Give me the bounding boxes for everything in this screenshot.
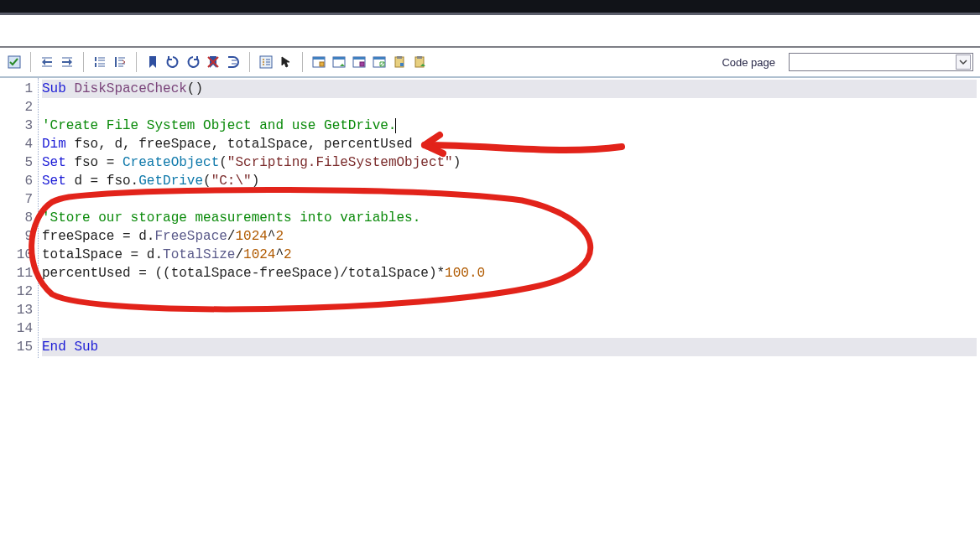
code-token: () <box>187 81 203 96</box>
line-number: 7 <box>2 190 33 209</box>
pointer-icon[interactable] <box>277 53 295 71</box>
delete-bookmark-icon[interactable] <box>204 53 222 71</box>
line-number: 4 <box>2 135 33 153</box>
window2-icon[interactable] <box>330 53 348 71</box>
check-syntax-icon[interactable] <box>5 53 23 71</box>
code-token: ( <box>219 155 227 170</box>
code-line[interactable]: Dim fso, d, freeSpace, totalSpace, perce… <box>42 135 977 153</box>
code-line[interactable] <box>42 319 977 338</box>
svg-rect-18 <box>417 56 422 59</box>
indent-left-icon[interactable] <box>38 53 56 71</box>
svg-rect-9 <box>333 57 345 60</box>
bookmark-icon[interactable] <box>143 53 162 71</box>
line-number: 9 <box>2 227 33 246</box>
code-token: Dim <box>42 137 74 152</box>
code-token: ) <box>453 155 461 170</box>
code-line[interactable]: percentUsed = ((totalSpace-freeSpace)/to… <box>42 264 977 283</box>
redo-icon[interactable] <box>184 53 202 71</box>
code-token: FreeSpace <box>154 229 227 244</box>
line-number: 12 <box>2 283 33 301</box>
code-line[interactable]: End Sub <box>42 338 977 356</box>
line-number: 6 <box>2 172 33 190</box>
code-token: fso = <box>74 155 122 170</box>
line-number: 3 <box>2 117 33 135</box>
code-token: 100.0 <box>445 266 485 281</box>
window3-icon[interactable] <box>350 53 368 71</box>
code-line[interactable]: totalSpace = d.TotalSize/1024^2 <box>42 246 977 264</box>
clipboard1-icon[interactable] <box>390 53 409 71</box>
code-line[interactable] <box>42 301 977 319</box>
code-token: ) <box>252 174 260 189</box>
svg-rect-14 <box>373 57 385 60</box>
outdent-icon[interactable] <box>91 53 109 71</box>
dedent-icon[interactable] <box>111 53 129 71</box>
window1-icon[interactable] <box>310 53 328 71</box>
refresh-icon[interactable] <box>164 53 182 71</box>
svg-rect-7 <box>320 62 324 66</box>
window4-icon[interactable] <box>370 53 388 71</box>
line-number: 2 <box>2 98 33 117</box>
code-token: fso, d, freeSpace, totalSpace, percentUs… <box>74 137 412 152</box>
code-line[interactable] <box>42 190 977 209</box>
line-number: 5 <box>2 153 33 172</box>
code-token: Sub <box>42 81 74 96</box>
code-token: TotalSize <box>163 247 235 262</box>
code-token: percentUsed = ((totalSpace-freeSpace)/to… <box>42 266 445 281</box>
code-token: d = fso. <box>74 174 138 189</box>
code-line[interactable]: freeSpace = d.FreeSpace/1024^2 <box>42 227 977 246</box>
chevron-down-icon[interactable] <box>956 54 971 70</box>
svg-rect-12 <box>360 62 364 66</box>
codepage-label: Code page <box>722 56 775 69</box>
code-token: Set <box>42 155 74 170</box>
code-token: 2 <box>284 247 292 262</box>
svg-point-2 <box>263 59 264 60</box>
line-number: 11 <box>2 264 33 283</box>
line-number: 10 <box>2 246 33 264</box>
svg-rect-6 <box>313 57 325 60</box>
editor-toolbar: Code page <box>0 48 980 78</box>
code-line[interactable] <box>42 283 977 301</box>
clipboard2-icon[interactable] <box>410 53 429 71</box>
code-line[interactable]: Sub DiskSpaceCheck() <box>42 80 977 98</box>
code-line[interactable] <box>42 98 977 117</box>
code-area[interactable]: Sub DiskSpaceCheck()'Create File System … <box>39 78 980 358</box>
code-line[interactable]: 'Create File System Object and use GetDr… <box>42 117 977 135</box>
code-token: ( <box>203 174 211 189</box>
code-line[interactable]: 'Store our storage measurements into var… <box>42 209 977 227</box>
header-gap <box>0 18 980 48</box>
code-token: DiskSpaceCheck <box>74 81 186 96</box>
code-token: End Sub <box>42 340 98 355</box>
go-to-icon[interactable] <box>224 53 242 71</box>
line-number: 13 <box>2 301 33 319</box>
code-token: / <box>227 229 236 244</box>
line-number: 15 <box>2 338 33 356</box>
code-token: "Scripting.FileSystemObject" <box>227 155 453 170</box>
codepage-select[interactable] <box>789 53 973 71</box>
line-number: 8 <box>2 209 33 227</box>
svg-point-3 <box>263 61 264 63</box>
svg-rect-11 <box>353 57 365 60</box>
indent-right-icon[interactable] <box>58 53 76 71</box>
code-token: 2 <box>275 229 284 244</box>
code-token: freeSpace = d. <box>42 229 154 244</box>
code-token: 'Store our storage measurements into var… <box>42 210 420 226</box>
code-line[interactable]: Set fso = CreateObject("Scripting.FileSy… <box>42 153 977 172</box>
code-token: / <box>235 247 243 262</box>
code-token: GetDrive <box>138 174 203 189</box>
svg-rect-16 <box>397 56 402 59</box>
line-number: 1 <box>2 80 33 98</box>
code-token: CreateObject <box>122 155 219 170</box>
code-token: Set <box>42 174 74 189</box>
object-list-icon[interactable] <box>257 53 275 71</box>
code-line[interactable]: Set d = fso.GetDrive("C:\") <box>42 172 977 190</box>
top-window-strip <box>0 0 980 15</box>
code-token: 1024 <box>243 247 275 262</box>
code-editor[interactable]: 123456789101112131415 Sub DiskSpaceCheck… <box>0 78 980 358</box>
code-token: "C:\" <box>211 174 252 189</box>
code-token: 1024 <box>235 229 267 244</box>
svg-point-4 <box>263 64 264 65</box>
code-token: totalSpace = d. <box>42 247 163 262</box>
code-token: 'Create File System Object and use GetDr… <box>42 118 396 133</box>
line-gutter: 123456789101112131415 <box>0 78 39 358</box>
code-token: ^ <box>275 247 284 262</box>
